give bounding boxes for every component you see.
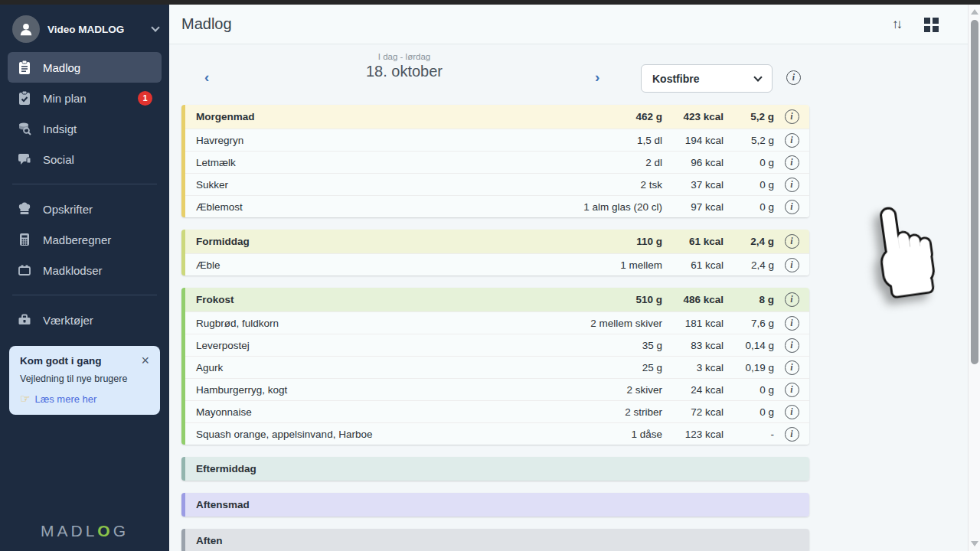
info-icon[interactable]	[785, 427, 799, 442]
promo-subtitle: Vejledning til nye brugere	[20, 373, 151, 384]
info-icon[interactable]	[785, 316, 799, 331]
meal-name: Frokost	[196, 294, 509, 305]
info-icon[interactable]	[785, 234, 799, 249]
sidebar-item-indsigt[interactable]: Indsigt	[8, 113, 162, 144]
info-icon[interactable]	[785, 383, 799, 397]
food-name: Letmælk	[196, 157, 509, 168]
sort-icon[interactable]	[892, 17, 900, 32]
meal-section-aftensmad[interactable]: Aftensmad	[181, 493, 809, 517]
sidebar-item-vaerktojer[interactable]: Værktøjer	[8, 305, 162, 335]
read-more-label: Læs mere her	[34, 393, 96, 405]
sidebar-item-label: Værktøjer	[43, 314, 152, 327]
calculator-icon	[17, 232, 32, 247]
food-item-row[interactable]: Æble 1 mellem 61 kcal 2,4 g	[185, 253, 809, 276]
food-name: Hamburgerryg, kogt	[196, 384, 509, 396]
sidebar-item-label: Opskrifter	[43, 203, 152, 216]
getting-started-card: Kom godt i gang × Vejledning til nye bru…	[9, 346, 160, 415]
scroll-up-arrow[interactable]	[971, 9, 978, 15]
chef-hat-icon	[17, 201, 32, 217]
food-item-row[interactable]: Havregryn 1,5 dl 194 kcal 5,2 g	[185, 129, 809, 151]
food-name: Agurk	[196, 362, 509, 373]
sidebar-item-label: Madberegner	[43, 233, 152, 246]
toolbox-icon	[17, 312, 32, 328]
food-name: Mayonnaise	[196, 406, 509, 418]
sidebar-item-label: Madlog	[43, 61, 152, 74]
profile-name: Video MADLOG	[47, 24, 145, 35]
food-name: Leverpostej	[196, 340, 509, 351]
food-item-row[interactable]: Sukker 2 tsk 37 kcal 0 g	[185, 173, 809, 195]
food-item-row[interactable]: Mayonnaise 2 striber 72 kcal 0 g	[185, 400, 809, 422]
date-navigation: ‹ I dag - lørdag 18. oktober › Kostfibre	[169, 44, 968, 99]
meal-section-eftermiddag[interactable]: Eftermiddag	[181, 457, 809, 481]
meal-header-row[interactable]: Frokost 510 g 486 kcal 8 g	[185, 288, 809, 311]
sidebar-item-madklodser[interactable]: Madklodser	[8, 255, 162, 285]
meal-section-morgenmad: Morgenmad 462 g 423 kcal 5,2 g Havregryn…	[181, 105, 809, 217]
sidebar-item-label: Min plan	[43, 92, 127, 105]
clipboard-icon	[17, 60, 32, 75]
page-title: Madlog	[181, 15, 232, 33]
sidebar-item-madlog[interactable]: Madlog	[8, 52, 162, 83]
meal-name: Morgenmad	[196, 111, 509, 122]
notification-badge: 1	[138, 91, 152, 106]
next-day-button[interactable]: ›	[595, 69, 599, 86]
nutrient-filter-value: Kostfibre	[652, 73, 755, 85]
sidebar-item-label: Madklodser	[43, 264, 152, 277]
food-name: Squash orange, appelsinvand, Harboe	[196, 429, 509, 440]
date-display[interactable]: I dag - lørdag 18. oktober	[289, 52, 519, 80]
sidebar-item-min-plan[interactable]: Min plan 1	[8, 83, 162, 113]
previous-day-button[interactable]: ‹	[204, 69, 209, 86]
close-icon[interactable]: ×	[139, 355, 151, 366]
sidebar-item-madberegner[interactable]: Madberegner	[8, 224, 162, 255]
info-icon[interactable]	[785, 178, 799, 192]
filter-info-icon[interactable]	[786, 70, 801, 85]
info-icon[interactable]	[785, 155, 799, 170]
pointing-right-icon: ☞	[20, 392, 30, 406]
sidebar-item-social[interactable]: Social	[8, 144, 162, 174]
food-item-row[interactable]: Leverpostej 35 g 83 kcal 0,14 g	[185, 334, 809, 356]
scroll-down-arrow[interactable]	[971, 541, 978, 546]
chevron-down-icon	[753, 73, 762, 81]
nutrient-filter-select[interactable]: Kostfibre	[641, 64, 773, 93]
info-icon[interactable]	[785, 258, 799, 272]
chat-icon	[17, 152, 32, 167]
grid-view-icon[interactable]	[924, 18, 939, 32]
info-icon[interactable]	[785, 109, 799, 124]
scrollbar-thumb[interactable]	[971, 20, 978, 364]
food-item-row[interactable]: Æblemost 1 alm glas (20 cl) 97 kcal 0 g	[185, 195, 809, 217]
food-name: Havregryn	[196, 135, 509, 146]
logo-apple-o: O	[97, 522, 113, 540]
madlog-logo: MADLOG	[0, 522, 169, 540]
food-name: Sukker	[196, 179, 509, 191]
meal-section-aften[interactable]: Aften	[181, 529, 809, 551]
meal-name: Aftensmad	[196, 499, 509, 510]
scrollbar	[968, 5, 980, 551]
sidebar-item-label: Indsigt	[43, 122, 152, 135]
meal-header-row[interactable]: Morgenmad 462 g 423 kcal 5,2 g	[185, 105, 809, 129]
insight-icon	[17, 121, 32, 136]
read-more-link[interactable]: ☞ Læs mere her	[20, 392, 151, 406]
info-icon[interactable]	[785, 405, 799, 419]
info-icon[interactable]	[785, 200, 799, 214]
meal-header-row[interactable]: Formiddag 110 g 61 kcal 2,4 g	[185, 230, 809, 253]
chevron-down-icon	[151, 23, 159, 31]
info-icon[interactable]	[785, 133, 799, 148]
window-top-strip	[0, 0, 980, 5]
sidebar-item-opskrifter[interactable]: Opskrifter	[8, 194, 162, 224]
meal-section-frokost: Frokost 510 g 486 kcal 8 g Rugbrød, fuld…	[181, 288, 809, 445]
info-icon[interactable]	[785, 360, 799, 375]
profile-menu[interactable]: Video MADLOG	[0, 5, 169, 52]
info-icon[interactable]	[785, 292, 799, 307]
info-icon[interactable]	[785, 338, 799, 353]
food-name: Æblemost	[196, 201, 509, 213]
day-label: I dag - lørdag	[289, 52, 519, 61]
food-item-row[interactable]: Letmælk 2 dl 96 kcal 0 g	[185, 151, 809, 173]
page-header: Madlog	[169, 5, 968, 44]
food-item-row[interactable]: Hamburgerryg, kogt 2 skiver 24 kcal 0 g	[185, 378, 809, 400]
sidebar: Video MADLOG Madlog Min plan 1 Indsigt S…	[0, 0, 169, 551]
food-item-row[interactable]: Rugbrød, fuldkorn 2 mellem skiver 181 kc…	[185, 311, 809, 334]
meal-name: Aften	[196, 535, 509, 546]
promo-title: Kom godt i gang	[20, 355, 139, 367]
food-item-row[interactable]: Agurk 25 g 3 kcal 0,19 g	[185, 356, 809, 378]
food-item-row[interactable]: Squash orange, appelsinvand, Harboe 1 då…	[185, 422, 809, 445]
sidebar-divider	[12, 184, 157, 184]
